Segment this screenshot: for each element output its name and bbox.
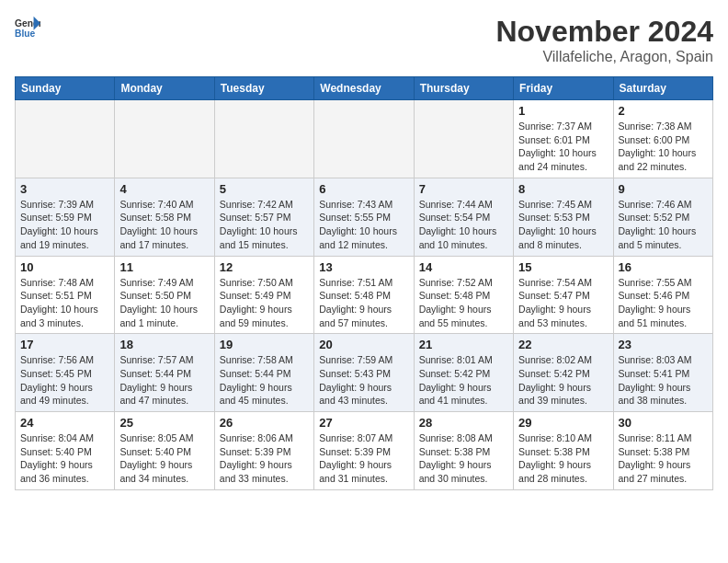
calendar-week-5: 24Sunrise: 8:04 AMSunset: 5:40 PMDayligh… [16, 412, 713, 490]
day-number: 4 [119, 182, 209, 196]
day-info: Sunrise: 8:11 AMSunset: 5:38 PMDaylight:… [619, 431, 708, 486]
day-number: 14 [419, 260, 508, 274]
calendar-cell: 12Sunrise: 7:50 AMSunset: 5:49 PMDayligh… [214, 256, 313, 334]
day-number: 3 [20, 182, 109, 196]
day-number: 7 [419, 182, 508, 196]
logo: General Blue [15, 15, 40, 40]
day-info: Sunrise: 7:45 AMSunset: 5:53 PMDaylight:… [518, 198, 608, 252]
calendar-cell: 14Sunrise: 7:52 AMSunset: 5:48 PMDayligh… [414, 256, 513, 334]
calendar-week-2: 3Sunrise: 7:39 AMSunset: 5:59 PMDaylight… [16, 178, 713, 256]
day-info: Sunrise: 7:52 AMSunset: 5:48 PMDaylight:… [419, 276, 508, 330]
day-number: 18 [119, 338, 209, 351]
day-info: Sunrise: 7:51 AMSunset: 5:48 PMDaylight:… [319, 276, 408, 330]
day-header-saturday: Saturday [613, 77, 712, 100]
day-number: 24 [20, 416, 109, 430]
calendar-cell [314, 100, 414, 178]
location: Villafeliche, Aragon, Spain [495, 49, 713, 65]
day-header-thursday: Thursday [414, 77, 513, 100]
day-info: Sunrise: 7:55 AMSunset: 5:46 PMDaylight:… [619, 276, 708, 330]
day-info: Sunrise: 7:40 AMSunset: 5:58 PMDaylight:… [119, 198, 209, 252]
day-number: 13 [319, 260, 408, 274]
day-info: Sunrise: 8:06 AMSunset: 5:39 PMDaylight:… [220, 431, 309, 486]
day-info: Sunrise: 7:46 AMSunset: 5:52 PMDaylight:… [619, 198, 708, 252]
day-info: Sunrise: 7:59 AMSunset: 5:43 PMDaylight:… [319, 353, 408, 408]
day-number: 8 [518, 182, 608, 196]
day-number: 19 [220, 338, 309, 351]
day-info: Sunrise: 7:48 AMSunset: 5:51 PMDaylight:… [20, 276, 109, 330]
calendar-cell: 18Sunrise: 7:57 AMSunset: 5:44 PMDayligh… [115, 334, 214, 412]
day-info: Sunrise: 8:01 AMSunset: 5:42 PMDaylight:… [419, 353, 508, 408]
day-number: 17 [20, 338, 109, 351]
day-info: Sunrise: 8:04 AMSunset: 5:40 PMDaylight:… [20, 431, 109, 486]
day-info: Sunrise: 7:58 AMSunset: 5:44 PMDaylight:… [220, 353, 309, 408]
day-header-sunday: Sunday [16, 77, 115, 100]
calendar-cell: 30Sunrise: 8:11 AMSunset: 5:38 PMDayligh… [613, 412, 712, 490]
calendar-cell: 23Sunrise: 8:03 AMSunset: 5:41 PMDayligh… [613, 334, 712, 412]
day-header-friday: Friday [514, 77, 613, 100]
day-number: 9 [619, 182, 708, 196]
day-number: 25 [119, 416, 209, 430]
day-number: 12 [220, 260, 309, 274]
day-number: 15 [518, 260, 608, 274]
logo-icon: General Blue [15, 15, 40, 40]
calendar-cell: 13Sunrise: 7:51 AMSunset: 5:48 PMDayligh… [314, 256, 414, 334]
month-title: November 2024 [495, 15, 713, 49]
day-number: 27 [319, 416, 408, 430]
calendar-cell: 10Sunrise: 7:48 AMSunset: 5:51 PMDayligh… [16, 256, 115, 334]
calendar-cell: 2Sunrise: 7:38 AMSunset: 6:00 PMDaylight… [613, 100, 712, 178]
calendar-cell: 17Sunrise: 7:56 AMSunset: 5:45 PMDayligh… [16, 334, 115, 412]
day-number: 16 [619, 260, 708, 274]
calendar-cell: 15Sunrise: 7:54 AMSunset: 5:47 PMDayligh… [514, 256, 613, 334]
calendar-cell: 20Sunrise: 7:59 AMSunset: 5:43 PMDayligh… [314, 334, 414, 412]
calendar-cell: 22Sunrise: 8:02 AMSunset: 5:42 PMDayligh… [514, 334, 613, 412]
day-info: Sunrise: 7:42 AMSunset: 5:57 PMDaylight:… [220, 198, 309, 252]
calendar-cell: 5Sunrise: 7:42 AMSunset: 5:57 PMDaylight… [214, 178, 313, 256]
day-number: 30 [619, 416, 708, 430]
day-number: 10 [20, 260, 109, 274]
day-info: Sunrise: 7:54 AMSunset: 5:47 PMDaylight:… [518, 276, 608, 330]
calendar-week-3: 10Sunrise: 7:48 AMSunset: 5:51 PMDayligh… [16, 256, 713, 334]
day-info: Sunrise: 8:03 AMSunset: 5:41 PMDaylight:… [619, 353, 708, 408]
day-number: 29 [518, 416, 608, 430]
title-block: November 2024 Villafeliche, Aragon, Spai… [495, 15, 713, 65]
day-info: Sunrise: 7:50 AMSunset: 5:49 PMDaylight:… [220, 276, 309, 330]
day-info: Sunrise: 7:49 AMSunset: 5:50 PMDaylight:… [119, 276, 209, 330]
calendar-header: SundayMondayTuesdayWednesdayThursdayFrid… [16, 77, 713, 100]
calendar-cell [414, 100, 513, 178]
day-number: 21 [419, 338, 508, 351]
calendar-cell [214, 100, 313, 178]
calendar-cell: 3Sunrise: 7:39 AMSunset: 5:59 PMDaylight… [16, 178, 115, 256]
day-header-tuesday: Tuesday [214, 77, 313, 100]
calendar-cell: 4Sunrise: 7:40 AMSunset: 5:58 PMDaylight… [115, 178, 214, 256]
day-number: 23 [619, 338, 708, 351]
day-info: Sunrise: 8:10 AMSunset: 5:38 PMDaylight:… [518, 431, 608, 486]
day-number: 2 [619, 104, 708, 118]
day-info: Sunrise: 7:56 AMSunset: 5:45 PMDaylight:… [20, 353, 109, 408]
day-info: Sunrise: 8:08 AMSunset: 5:38 PMDaylight:… [419, 431, 508, 486]
page-header: General Blue November 2024 Villafeliche,… [15, 15, 713, 65]
calendar-body: 1Sunrise: 7:37 AMSunset: 6:01 PMDaylight… [16, 100, 713, 490]
day-number: 5 [220, 182, 309, 196]
calendar-cell: 6Sunrise: 7:43 AMSunset: 5:55 PMDaylight… [314, 178, 414, 256]
day-number: 11 [119, 260, 209, 274]
calendar-cell [16, 100, 115, 178]
day-info: Sunrise: 7:57 AMSunset: 5:44 PMDaylight:… [119, 353, 209, 408]
day-number: 20 [319, 338, 408, 351]
day-number: 6 [319, 182, 408, 196]
day-number: 1 [518, 104, 608, 118]
day-info: Sunrise: 7:39 AMSunset: 5:59 PMDaylight:… [20, 198, 109, 252]
calendar-week-1: 1Sunrise: 7:37 AMSunset: 6:01 PMDaylight… [16, 100, 713, 178]
day-info: Sunrise: 7:38 AMSunset: 6:00 PMDaylight:… [619, 120, 708, 174]
day-info: Sunrise: 8:07 AMSunset: 5:39 PMDaylight:… [319, 431, 408, 486]
calendar-week-4: 17Sunrise: 7:56 AMSunset: 5:45 PMDayligh… [16, 334, 713, 412]
calendar-cell: 9Sunrise: 7:46 AMSunset: 5:52 PMDaylight… [613, 178, 712, 256]
calendar-cell [115, 100, 214, 178]
calendar-cell: 24Sunrise: 8:04 AMSunset: 5:40 PMDayligh… [16, 412, 115, 490]
day-info: Sunrise: 7:43 AMSunset: 5:55 PMDaylight:… [319, 198, 408, 252]
day-info: Sunrise: 7:37 AMSunset: 6:01 PMDaylight:… [518, 120, 608, 174]
header-row: SundayMondayTuesdayWednesdayThursdayFrid… [16, 77, 713, 100]
calendar-cell: 25Sunrise: 8:05 AMSunset: 5:40 PMDayligh… [115, 412, 214, 490]
day-number: 26 [220, 416, 309, 430]
day-info: Sunrise: 7:44 AMSunset: 5:54 PMDaylight:… [419, 198, 508, 252]
calendar-cell: 21Sunrise: 8:01 AMSunset: 5:42 PMDayligh… [414, 334, 513, 412]
